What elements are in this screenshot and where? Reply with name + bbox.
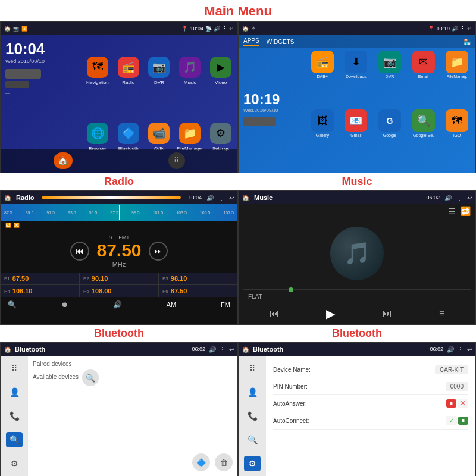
settings-icon: ⚙ [210,123,231,144]
music-back[interactable]: ↩ [467,195,472,201]
radio-repeat-icon[interactable]: 🔁 [5,223,11,228]
home-btn[interactable]: 🏠 [54,152,73,169]
next-station-btn[interactable]: ⏭ [149,242,168,261]
downloads-icon: ⬇ [345,51,367,73]
menu-dots[interactable]: ⋮ [222,26,227,32]
preset-6[interactable]: P6 87.50 [159,285,237,297]
preset-3[interactable]: P3 98.10 [159,273,237,284]
bt-nav-calls[interactable]: 📞 [6,408,23,424]
bt-back-left[interactable]: ↩ [229,346,234,353]
gallery-icon-item[interactable]: 🖼 Gallery [306,109,339,167]
bt-bluetooth-icon[interactable]: 🔷 [192,453,210,471]
googles-icon-item[interactable]: 🔍 Google Se. [408,109,440,167]
bt-right-label-row: Bluetooth [238,325,476,342]
radio-shuffle-icon[interactable]: 🔀 [14,223,20,228]
bt-rnav-calls[interactable]: 📞 [244,408,261,424]
radio-back[interactable]: ↩ [229,195,234,201]
widgets-tab[interactable]: WIDGETS [267,39,295,45]
preset-4[interactable]: P4 106.10 [1,285,79,297]
bt-rnav-settings[interactable]: ⚙ [244,456,261,471]
dvr-icon: 📷 [148,57,170,78]
bt-rnav-grid[interactable]: ⠿ [244,361,261,376]
radio-menu[interactable]: ⋮ [218,195,224,201]
audio-btn[interactable]: 🔊 [113,300,122,309]
dvr-app-icon-item[interactable]: 📷 DVR [374,51,406,108]
google-icon-item[interactable]: G Google [374,109,406,167]
igo-icon-item[interactable]: 🗺 iGO [441,109,473,167]
bt-nav-settings[interactable]: ⚙ [6,456,23,471]
autoconnect-toggle[interactable]: ✓ ■ [446,416,468,425]
progress-dot [289,287,293,292]
video-icon-item[interactable]: ▶ Video [206,39,235,103]
home-icon[interactable]: 🏠 [4,26,11,32]
gmail-icon-item[interactable]: 📧 Gmail [340,109,372,167]
music-icon-item[interactable]: 🎵 Music [176,39,204,103]
back-icon-apps[interactable]: ↩ [467,26,472,32]
music-content: ☰ 🔁 🎵 FLAT ⏮ ▶ ⏭ ≡ [239,204,475,324]
playlist-btn[interactable]: ≡ [439,308,444,319]
radio-icon-item[interactable]: 📻 Radio [114,39,143,103]
radio-indicator-bar [42,196,181,199]
prev-station-btn[interactable]: ⏮ [70,242,89,261]
status-bar-apps: 🏠 ⚠ 📍 10:19 🔊 ⋮ ↩ [239,22,475,35]
am-btn[interactable]: AM [167,301,177,308]
preset-1[interactable]: P1 87.50 [1,273,79,284]
autoconnect-check-btn[interactable]: ✓ [446,416,457,425]
music-progress-bar[interactable] [243,289,471,290]
freq-display: ST FM1 87.50 MHz [96,234,141,268]
apps-icons-grid: 📻 DAB+ ⬇ Downloads 📷 DVR ✉ Email 📁 [304,48,475,169]
music-status-time: 06:02 [426,195,440,201]
store-icon[interactable]: 🏪 [464,39,471,45]
autoanswer-x-btn[interactable]: ✕ [458,399,468,408]
prev-track-btn[interactable]: ⏮ [270,308,279,319]
bt-back-right[interactable]: ↩ [467,346,472,353]
bt-rnav-search[interactable]: 🔍 [244,432,261,447]
email-icon-item[interactable]: ✉ Email [408,51,440,108]
preset-5[interactable]: P5 108.00 [80,285,158,297]
autoanswer-toggle[interactable]: ■ ✕ [446,399,468,408]
autoconnect-label: AutoConnect: [273,418,309,424]
autoconnect-green-btn[interactable]: ■ [458,416,468,425]
bt-home-icon[interactable]: 🏠 [4,346,11,353]
apps-tab[interactable]: APPS [243,37,259,46]
bt-right-content: ⠿ 👤 📞 🔍 ⚙ Device Name: CAR-KIT PIN Numbe… [239,356,475,476]
bt-menu-right[interactable]: ⋮ [458,346,464,353]
downloads-icon-item[interactable]: ⬇ Downloads [340,51,372,108]
radio-home-icon[interactable]: 🏠 [4,195,11,201]
autoconnect-row: AutoConnect: ✓ ■ [273,412,468,430]
music-menu[interactable]: ⋮ [456,195,462,201]
eq-btn[interactable]: ⏺ [61,300,68,309]
dab-icon-item[interactable]: 📻 DAB+ [306,51,339,108]
bt-delete-icon[interactable]: 🗑 [215,453,233,471]
search-zoom-btn[interactable]: 🔍 [8,300,17,309]
bt-home-icon-right[interactable]: 🏠 [242,346,249,353]
browser-icon: 🌐 [87,123,108,144]
home-icon-apps[interactable]: 🏠 [242,26,249,32]
bt-search-btn[interactable]: 🔍 [82,369,99,386]
bt-nav-grid[interactable]: ⠿ [6,361,23,376]
pin-value[interactable]: 0000 [446,382,468,391]
bt-nav-contacts[interactable]: 👤 [6,384,23,400]
bt-menu-left[interactable]: ⋮ [220,346,226,353]
bt-rnav-contacts[interactable]: 👤 [244,384,261,400]
fm-btn[interactable]: FM [221,301,230,308]
back-icon[interactable]: ↩ [229,26,234,32]
play-btn[interactable]: ▶ [326,306,335,321]
bt-nav-search[interactable]: 🔍 [6,432,23,447]
repeat-icon[interactable]: 🔁 [461,206,471,216]
preset-2[interactable]: P2 90.10 [80,273,158,284]
next-track-btn[interactable]: ⏭ [383,308,392,319]
device-name-value[interactable]: CAR-KIT [435,365,468,374]
volume-icon: 🔊 [214,26,220,32]
video-icon: ▶ [210,57,231,78]
music-home-icon[interactable]: 🏠 [242,195,249,201]
bt-volume-right: 🔊 [447,346,454,353]
dvr-icon-item[interactable]: 📷 DVR [145,39,174,103]
grid-icon[interactable]: ⠿ [168,152,185,169]
autoanswer-red-btn[interactable]: ■ [446,399,456,408]
nav-icon-item[interactable]: 🗺 Navigation [83,39,112,103]
filemanag-icon-item[interactable]: 📁 FileManag. [441,51,473,108]
playlist-icon[interactable]: ☰ [448,206,456,216]
bt-settings-content: Device Name: CAR-KIT PIN Number: 0000 Au… [266,356,475,476]
menu-dots-apps[interactable]: ⋮ [460,26,465,32]
